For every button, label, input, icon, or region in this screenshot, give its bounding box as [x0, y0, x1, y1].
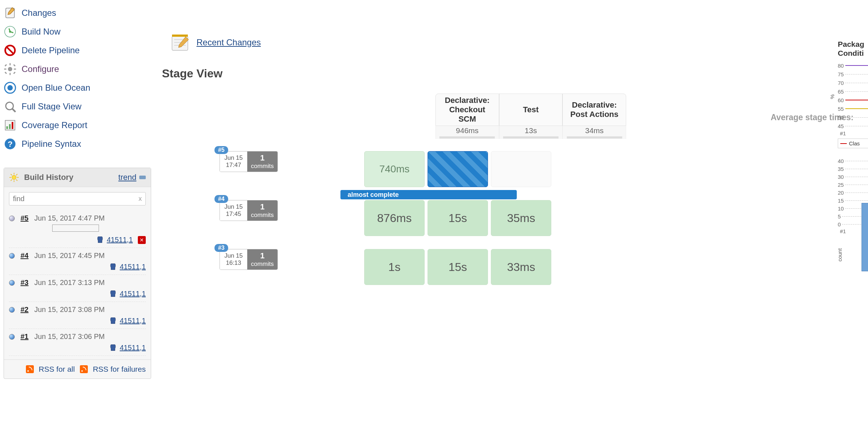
sidebar-link[interactable]: Changes	[22, 8, 56, 18]
collapse-icon[interactable]	[139, 176, 146, 179]
build-badge[interactable]: #5	[214, 146, 228, 154]
build-list-item: #1 Jun 15, 2017 3:06 PM 41511,1	[9, 329, 146, 356]
recent-changes-link[interactable]: Recent Changes	[196, 37, 261, 47]
stage-cell[interactable]: 740ms	[364, 151, 425, 187]
stage-cells: 740ms	[364, 151, 551, 187]
stage-cell[interactable]: 1s	[364, 249, 425, 285]
row-date: Jun 1517:45	[220, 200, 247, 221]
sidebar-item-changes[interactable]: Changes	[4, 4, 151, 22]
build-sub-link[interactable]: 41511,1	[120, 344, 146, 352]
build-sub-link[interactable]: 41511,1	[107, 236, 133, 244]
side-menu: ChangesBuild NowDelete PipelineConfigure…	[4, 0, 151, 153]
status-ball-icon	[9, 280, 15, 286]
y-tick: 65	[838, 87, 868, 96]
build-search-input[interactable]	[13, 195, 139, 203]
build-history-footer: RSS for all RSS for failures	[4, 359, 151, 379]
delete-icon	[4, 44, 17, 57]
avg-time-cell: 34ms	[562, 126, 626, 139]
stage-view-title: Stage View	[162, 67, 861, 80]
build-badge[interactable]: #4	[214, 195, 228, 203]
chart1-y-axis: 8075706560555045	[838, 61, 868, 130]
cancel-build-icon[interactable]: ✕	[138, 236, 146, 244]
row-date-card: #5 Jun 1517:47 1commits	[220, 151, 278, 172]
rss-all-link[interactable]: RSS for all	[39, 365, 75, 374]
build-number-link[interactable]: #5	[21, 214, 28, 222]
build-number-link[interactable]: #2	[21, 306, 28, 314]
sidebar-link[interactable]: Open Blue Ocean	[22, 83, 90, 93]
chart1-title-line1: Packag	[838, 40, 868, 49]
jenkins-worker-icon	[109, 263, 117, 271]
stage-cell[interactable]: 15s	[428, 200, 488, 236]
stage-cell[interactable]: 35ms	[491, 200, 551, 236]
build-number-link[interactable]: #3	[21, 279, 28, 287]
sidebar-item-coverage[interactable]: Coverage Report	[4, 116, 151, 135]
build-number-link[interactable]: #4	[21, 252, 28, 260]
svg-rect-10	[5, 64, 7, 66]
avg-bar	[439, 136, 495, 139]
build-badge[interactable]: #3	[214, 244, 228, 252]
clear-search-icon[interactable]: x	[139, 195, 142, 203]
build-sub-link[interactable]: 41511,1	[120, 263, 146, 271]
y-tick: 80	[838, 61, 868, 70]
build-number-link[interactable]: #1	[21, 332, 28, 341]
avg-time-cell: 13s	[499, 126, 563, 139]
sidebar-item-full-stage[interactable]: Full Stage View	[4, 97, 151, 116]
svg-rect-11	[13, 72, 15, 74]
right-chart-area: Packag Conditi % 8075706560555045 #1 Cla…	[838, 40, 868, 234]
svg-line-30	[16, 180, 18, 181]
sidebar-item-delete[interactable]: Delete Pipeline	[4, 41, 151, 60]
recent-changes-section: Recent Changes	[169, 32, 861, 53]
stage-header-cell: Declarative: Checkout SCM	[435, 94, 499, 126]
build-date: Jun 15, 2017 4:47 PM	[34, 214, 105, 222]
jenkins-worker-icon	[109, 290, 117, 298]
rss-failures-link[interactable]: RSS for failures	[93, 365, 146, 374]
sidebar-link[interactable]: Pipeline Syntax	[22, 139, 81, 149]
jenkins-worker-icon	[109, 344, 117, 352]
notepad-icon	[169, 32, 191, 53]
sidebar-item-blue-ocean[interactable]: Open Blue Ocean	[4, 78, 151, 97]
sidebar-item-help[interactable]: ?Pipeline Syntax	[4, 135, 151, 153]
help-icon: ?	[4, 137, 17, 150]
svg-point-24	[12, 175, 16, 180]
build-date: Jun 15, 2017 3:08 PM	[34, 306, 105, 314]
stage-row: #5 Jun 1517:47 1commits 740ms	[220, 151, 637, 187]
svg-text:?: ?	[8, 140, 13, 149]
legend-line-icon	[840, 143, 847, 144]
sidebar-link[interactable]: Delete Pipeline	[22, 45, 80, 55]
build-sub-link[interactable]: 41511,1	[120, 290, 146, 298]
stage-cell[interactable]: 15s	[428, 249, 488, 285]
stage-cell[interactable]: 876ms	[364, 200, 425, 236]
avg-times-row: 946ms13s34ms	[435, 126, 626, 139]
avg-time-cell: 946ms	[435, 126, 499, 139]
status-ball-icon	[9, 307, 15, 313]
y-tick: 75	[838, 70, 868, 78]
avg-bar	[567, 136, 622, 139]
stage-cell[interactable]: 33ms	[491, 249, 551, 285]
svg-rect-9	[14, 69, 16, 70]
sidebar-link[interactable]: Coverage Report	[22, 120, 87, 130]
row-commits: 1commits	[247, 249, 277, 270]
y-tick: 30	[838, 173, 868, 181]
svg-rect-12	[5, 72, 7, 74]
stage-cell[interactable]	[491, 151, 551, 187]
sidebar: ChangesBuild NowDelete PipelineConfigure…	[0, 0, 155, 439]
svg-rect-20	[9, 124, 11, 129]
build-sub-link[interactable]: 41511,1	[120, 317, 146, 325]
sidebar-item-configure[interactable]: Configure	[4, 60, 151, 78]
sidebar-link[interactable]: Configure	[22, 64, 59, 74]
sun-icon	[9, 172, 19, 182]
svg-point-15	[8, 85, 13, 91]
trend-link[interactable]: trend	[118, 173, 136, 182]
build-list-item: #4 Jun 15, 2017 4:45 PM 41511,1	[9, 248, 146, 275]
svg-line-32	[16, 174, 18, 176]
svg-rect-13	[13, 64, 15, 66]
build-list: #5 Jun 15, 2017 4:47 PM 41511,1 ✕ #4 Jun…	[4, 211, 151, 359]
sidebar-link[interactable]: Build Now	[22, 27, 60, 37]
stage-rows: #5 Jun 1517:47 1commits 740ms #4 Jun 151…	[327, 148, 637, 285]
build-list-item: #2 Jun 15, 2017 3:08 PM 41511,1	[9, 302, 146, 329]
y-tick: 40	[838, 157, 868, 165]
stage-cell[interactable]	[428, 151, 488, 187]
chart1-x-tick: #1	[840, 130, 868, 136]
sidebar-link[interactable]: Full Stage View	[22, 101, 81, 112]
sidebar-item-build-now[interactable]: Build Now	[4, 22, 151, 41]
